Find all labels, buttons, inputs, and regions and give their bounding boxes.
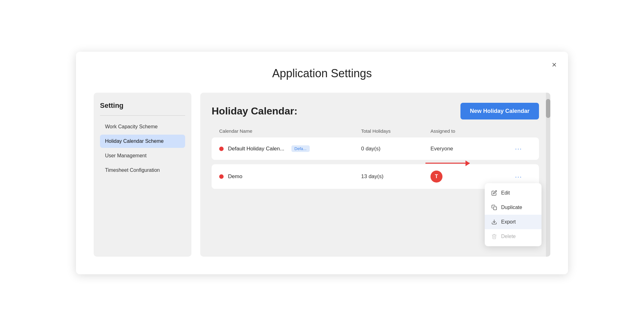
modal-body: Setting Work Capacity Scheme Holiday Cal… [94, 93, 550, 257]
modal-title: Application Settings [94, 67, 550, 80]
status-dot [219, 147, 224, 151]
content-header: Holiday Calendar: New Holiday Calendar [212, 103, 539, 119]
export-icon [491, 219, 497, 225]
avatar: T [430, 171, 442, 183]
tag-badge-default: Defa... [291, 145, 310, 152]
total-holidays-demo: 13 day(s) [361, 173, 430, 180]
more-button-demo[interactable]: ··· [512, 172, 525, 182]
calendar-name-demo: Demo [228, 173, 242, 180]
context-menu: Edit Duplicate [485, 183, 542, 246]
arrow-line [425, 163, 470, 164]
total-holidays-default: 0 day(s) [361, 146, 430, 152]
col-calendar-name: Calendar Name [219, 128, 361, 134]
sidebar-item-holiday-calendar[interactable]: Holiday Calendar Scheme [100, 135, 185, 148]
sidebar-divider [100, 115, 185, 116]
scrollbar[interactable] [546, 93, 550, 257]
edit-icon [491, 190, 497, 196]
row-name-default: Default Holiday Calen... Defa... [219, 145, 361, 152]
close-button[interactable]: × [552, 61, 557, 69]
delete-label: Delete [501, 234, 516, 239]
sidebar-heading: Setting [100, 102, 185, 110]
modal: × Application Settings Setting Work Capa… [76, 52, 568, 274]
sidebar-item-work-capacity[interactable]: Work Capacity Scheme [100, 120, 185, 133]
more-actions-demo: ··· [512, 172, 531, 182]
col-actions [512, 128, 531, 134]
export-label: Export [501, 219, 516, 225]
context-menu-duplicate[interactable]: Duplicate [485, 200, 542, 215]
row-name-demo: Demo [219, 173, 361, 180]
sidebar: Setting Work Capacity Scheme Holiday Cal… [94, 93, 191, 257]
svg-rect-0 [494, 207, 497, 210]
main-content: Holiday Calendar: New Holiday Calendar C… [200, 93, 550, 257]
duplicate-label: Duplicate [501, 205, 522, 210]
edit-label: Edit [501, 190, 510, 196]
delete-icon [491, 233, 497, 240]
table-row: Default Holiday Calen... Defa... 0 day(s… [212, 137, 539, 160]
context-menu-delete[interactable]: Delete [485, 229, 542, 244]
calendar-name-default: Default Holiday Calen... [228, 146, 284, 152]
col-assigned-to: Assigned to [430, 128, 512, 134]
context-menu-export[interactable]: Export [485, 215, 542, 229]
context-menu-edit[interactable]: Edit [485, 186, 542, 200]
table-header: Calendar Name Total Holidays Assigned to [212, 128, 539, 137]
col-total-holidays: Total Holidays [361, 128, 430, 134]
duplicate-icon [491, 204, 497, 211]
assigned-to-default: Everyone [430, 146, 512, 152]
assigned-to-demo: T [430, 171, 512, 183]
arrow [425, 163, 470, 164]
more-actions-default: ··· [512, 144, 531, 154]
more-button-default[interactable]: ··· [512, 144, 525, 154]
scrollbar-thumb [546, 99, 550, 118]
sidebar-item-timesheet-config[interactable]: Timesheet Configuration [100, 164, 185, 177]
status-dot-demo [219, 174, 224, 179]
content-title: Holiday Calendar: [212, 105, 297, 117]
table-row-demo: Demo 13 day(s) T ··· [212, 164, 539, 189]
new-holiday-calendar-button[interactable]: New Holiday Calendar [460, 103, 539, 119]
sidebar-item-user-management[interactable]: User Management [100, 149, 185, 162]
